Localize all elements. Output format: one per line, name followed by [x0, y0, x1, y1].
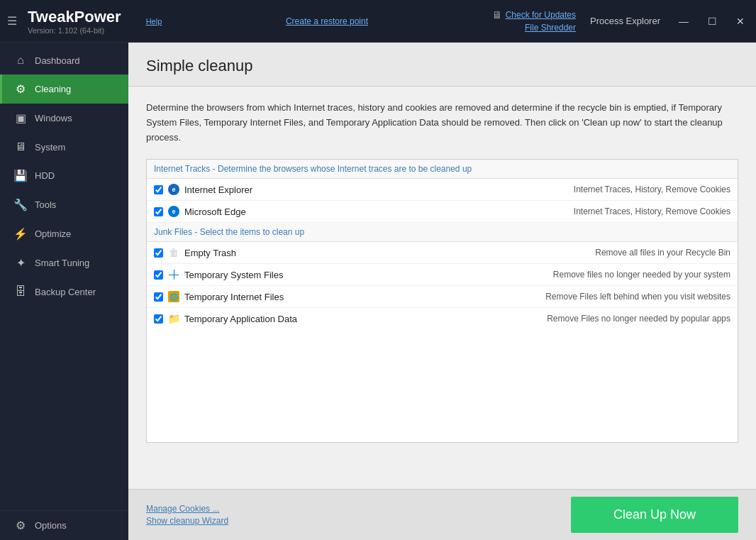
close-button[interactable]: ✕	[732, 14, 749, 28]
sidebar: ⌂ Dashboard ⚙ Cleaning ▣ Windows 🖥 Syste…	[0, 43, 128, 540]
temp-internet-files-row: 🌐 Temporary Internet Files Remove Files …	[147, 286, 738, 308]
edge-label: Microsoft Edge	[184, 206, 567, 217]
sidebar-item-smart-tuning[interactable]: ✦ Smart Tuning	[0, 248, 128, 277]
titlebar: ☰ TweakPower Version: 1.102 (64-bit) Hel…	[0, 0, 756, 43]
check-updates-link[interactable]: Check for Updates	[506, 10, 576, 20]
minimize-button[interactable]: —	[674, 14, 693, 28]
sidebar-label-smart-tuning: Smart Tuning	[35, 258, 89, 268]
ie-desc: Internet Traces, History, Remove Cookies	[574, 184, 730, 194]
options-icon: ⚙	[13, 519, 28, 532]
temp-internet-label: Temporary Internet Files	[184, 292, 538, 302]
ie-icon: e	[167, 183, 180, 196]
help-link[interactable]: Help	[146, 17, 162, 26]
app-name: TweakPower	[28, 8, 121, 26]
sidebar-item-cleaning[interactable]: ⚙ Cleaning	[0, 75, 128, 104]
sidebar-item-system[interactable]: 🖥 System	[0, 133, 128, 161]
ie-checkbox[interactable]	[154, 185, 163, 194]
temp-system-desc: Remove files no longer needed by your sy…	[553, 270, 730, 280]
temp-internet-desc: Remove Files left behind when you visit …	[545, 292, 730, 302]
junk-files-header: Junk Files - Select the items to clean u…	[147, 223, 738, 242]
sidebar-label-backup-center: Backup Center	[35, 287, 96, 297]
sidebar-item-options[interactable]: ⚙ Options	[0, 511, 128, 540]
system-icon: 🖥	[13, 140, 28, 153]
check-updates-wrap: 🖥 Check for Updates	[492, 9, 576, 21]
restore-point-link[interactable]: Create a restore point	[286, 16, 368, 26]
update-icon: 🖥	[492, 9, 502, 21]
ie-row: e Internet Explorer Internet Traces, His…	[147, 179, 738, 201]
windows-icon: ▣	[13, 111, 28, 125]
titlebar-right: 🖥 Check for Updates File Shredder	[492, 9, 576, 33]
sidebar-item-optimize[interactable]: ⚡ Optimize	[0, 219, 128, 248]
empty-trash-row: 🗑 Empty Trash Remove all files in your R…	[147, 242, 738, 264]
description-text: Determine the browsers from which Intern…	[146, 101, 738, 145]
temp-app-data-row: 📁 Temporary Application Data Remove File…	[147, 308, 738, 329]
optimize-icon: ⚡	[13, 227, 28, 241]
sidebar-label-tools: Tools	[35, 199, 56, 210]
sidebar-item-dashboard[interactable]: ⌂ Dashboard	[0, 46, 128, 75]
hdd-icon: 💾	[13, 169, 28, 182]
cleanup-wizard-link[interactable]: Show cleanup Wizard	[146, 516, 228, 526]
sidebar-label-optimize: Optimize	[35, 228, 71, 239]
empty-trash-checkbox[interactable]	[154, 248, 163, 258]
file-shredder-link[interactable]: File Shredder	[525, 23, 576, 33]
page-title: Simple cleanup	[146, 57, 738, 75]
empty-trash-desc: Remove all files in your Recycle Bin	[595, 248, 730, 258]
edge-desc: Internet Traces, History, Remove Cookies	[574, 206, 730, 216]
temp-system-checkbox[interactable]	[154, 270, 163, 280]
sidebar-item-tools[interactable]: 🔧 Tools	[0, 190, 128, 219]
ie-label: Internet Explorer	[184, 184, 567, 195]
sidebar-item-backup-center[interactable]: 🗄 Backup Center	[0, 277, 128, 306]
edge-icon: e	[167, 205, 180, 218]
internet-tracks-header: Internet Tracks - Determine the browsers…	[147, 160, 738, 179]
cleanup-panel: Internet Tracks - Determine the browsers…	[146, 159, 738, 443]
sidebar-bottom: ⚙ Options	[0, 510, 128, 540]
sidebar-item-hdd[interactable]: 💾 HDD	[0, 161, 128, 190]
page-header: Simple cleanup	[128, 43, 756, 87]
sidebar-label-windows: Windows	[35, 113, 72, 123]
app-layout: ⌂ Dashboard ⚙ Cleaning ▣ Windows 🖥 Syste…	[0, 43, 756, 540]
windows-logo-icon	[167, 268, 180, 281]
edge-row: e Microsoft Edge Internet Traces, Histor…	[147, 201, 738, 223]
app-version: Version: 1.102 (64-bit)	[28, 26, 135, 35]
main-body: Determine the browsers from which Intern…	[128, 87, 756, 489]
temp-app-desc: Remove Files no longer needed by popular…	[547, 314, 730, 324]
empty-trash-label: Empty Trash	[184, 248, 588, 258]
titlebar-help-links: Help	[146, 17, 162, 26]
app-logo: TweakPower Version: 1.102 (64-bit)	[28, 8, 135, 35]
process-explorer-wrap: Process Explorer	[590, 16, 660, 26]
sidebar-label-system: System	[35, 142, 65, 153]
window-controls: — ☐ ✕	[674, 14, 749, 28]
cleaning-icon: ⚙	[13, 82, 28, 96]
menu-toggle[interactable]: ☰	[7, 14, 17, 28]
footer-links: Manage Cookies ... Show cleanup Wizard	[146, 504, 228, 526]
backup-icon: 🗄	[13, 285, 28, 298]
clean-up-now-button[interactable]: Clean Up Now	[571, 497, 738, 533]
temp-app-checkbox[interactable]	[154, 314, 163, 324]
home-icon: ⌂	[13, 54, 28, 67]
sidebar-item-windows[interactable]: ▣ Windows	[0, 104, 128, 133]
main-content: Simple cleanup Determine the browsers fr…	[128, 43, 756, 540]
folder-icon: 📁	[167, 312, 180, 325]
sidebar-label-options: Options	[35, 520, 67, 531]
smart-tuning-icon: ✦	[13, 256, 28, 270]
temp-system-label: Temporary System Files	[184, 270, 546, 280]
edge-checkbox[interactable]	[154, 207, 163, 216]
restore-point-wrap: Create a restore point	[162, 16, 491, 26]
globe-icon: 🌐	[167, 290, 180, 303]
temp-system-files-row: Temporary System Files Remove files no l…	[147, 264, 738, 286]
temp-app-label: Temporary Application Data	[184, 314, 540, 324]
manage-cookies-link[interactable]: Manage Cookies ...	[146, 504, 228, 514]
footer: Manage Cookies ... Show cleanup Wizard C…	[128, 489, 756, 540]
temp-internet-checkbox[interactable]	[154, 292, 163, 302]
process-explorer-link[interactable]: Process Explorer	[590, 16, 660, 26]
tools-icon: 🔧	[13, 198, 28, 211]
trash-icon: 🗑	[167, 246, 180, 259]
sidebar-label-cleaning: Cleaning	[35, 84, 71, 94]
sidebar-label-dashboard: Dashboard	[35, 55, 80, 66]
sidebar-label-hdd: HDD	[35, 170, 55, 181]
maximize-button[interactable]: ☐	[704, 14, 721, 28]
